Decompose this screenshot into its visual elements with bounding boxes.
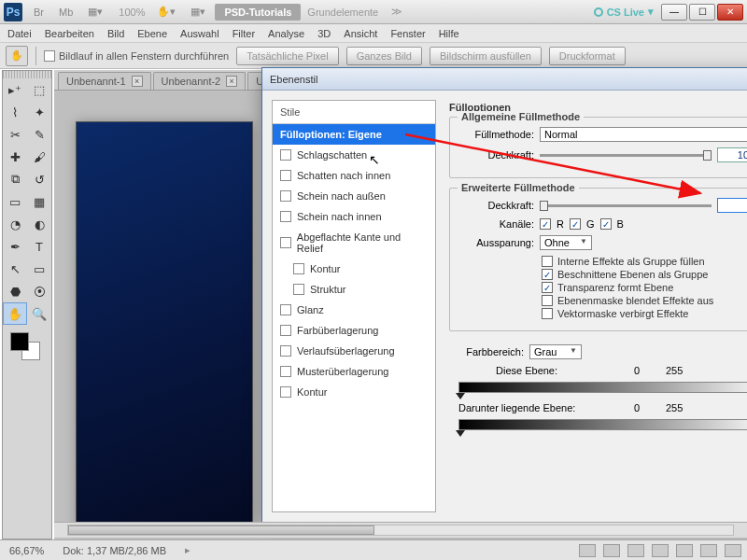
- style-list-item[interactable]: Schlagschatten: [273, 145, 435, 165]
- minimize-button[interactable]: —: [661, 4, 687, 21]
- channel-b-checkbox[interactable]: [600, 218, 612, 230]
- 3d-camera-tool[interactable]: ⦿: [27, 280, 51, 302]
- menu-item[interactable]: Filter: [233, 28, 255, 39]
- menu-item[interactable]: Analyse: [268, 28, 304, 39]
- menu-item[interactable]: Bearbeiten: [45, 28, 94, 39]
- opacity-input[interactable]: [717, 147, 747, 162]
- dialog-title[interactable]: Ebenenstil: [262, 68, 747, 91]
- foreground-swatch[interactable]: [10, 332, 29, 351]
- wand-tool[interactable]: ✦: [27, 101, 51, 123]
- menu-item[interactable]: Ebene: [137, 28, 167, 39]
- style-list-item[interactable]: Kontur: [273, 259, 435, 279]
- style-list-item[interactable]: Schein nach innen: [273, 206, 435, 227]
- zoom-display[interactable]: 100%: [112, 6, 151, 19]
- crop-tool[interactable]: ✂: [3, 123, 27, 146]
- style-list-item[interactable]: Schatten nach innen: [273, 165, 435, 186]
- eyedropper-tool[interactable]: ✎: [27, 123, 51, 146]
- blendif-select[interactable]: Grau: [529, 344, 582, 359]
- blendif-this-slider[interactable]: [458, 382, 747, 393]
- menu-bar: Datei Bearbeiten Bild Ebene Auswahl Filt…: [0, 24, 747, 43]
- style-list-item[interactable]: Struktur: [273, 279, 435, 300]
- blur-tool[interactable]: ◔: [3, 213, 27, 235]
- healing-tool[interactable]: ✚: [3, 146, 27, 168]
- view-indicator[interactable]: ▦▾: [185, 4, 211, 20]
- eraser-tool[interactable]: ▭: [3, 190, 27, 213]
- style-list-item[interactable]: Musterüberlagerung: [273, 361, 435, 382]
- style-list-item[interactable]: Schein nach außen: [273, 186, 435, 206]
- horizontal-scrollbar[interactable]: [54, 522, 747, 538]
- pen-tool[interactable]: ✒: [3, 235, 27, 258]
- options-panel: Fülloptionen Allgemeine Füllmethode Füll…: [445, 100, 747, 512]
- channel-r-checkbox[interactable]: [540, 218, 551, 230]
- bridge-button[interactable]: Br: [28, 5, 49, 20]
- opt-checkbox[interactable]: [542, 269, 553, 280]
- print-size-button[interactable]: Druckformat: [549, 47, 626, 65]
- opt-checkbox[interactable]: [542, 308, 553, 319]
- style-list-item[interactable]: Farbüberlagerung: [273, 320, 435, 341]
- menu-item[interactable]: Auswahl: [180, 28, 219, 39]
- hand-indicator[interactable]: ✋▾: [151, 4, 181, 20]
- status-zoom[interactable]: 66,67%: [9, 545, 44, 556]
- knockout-select[interactable]: Ohne: [540, 235, 592, 250]
- gradient-tool[interactable]: ▦: [27, 190, 51, 213]
- zoom-tool[interactable]: 🔍: [27, 302, 51, 325]
- opt-checkbox[interactable]: [542, 256, 553, 267]
- document-tab[interactable]: Unbenannt-2×: [153, 72, 247, 90]
- fill-opacity-slider[interactable]: [540, 204, 712, 207]
- cs-live-button[interactable]: CS Live ▾: [586, 6, 661, 18]
- status-bar: 66,67% Dok: 1,37 MB/2,86 MB ▸: [0, 539, 747, 560]
- document-canvas[interactable]: [77, 122, 252, 529]
- advanced-blend-group: Erweiterte Füllmethode Deckkraft: % Kanä…: [449, 188, 747, 331]
- style-list-item[interactable]: Verlaufsüberlagerung: [273, 341, 435, 361]
- actual-pixels-button[interactable]: Tatsächliche Pixel: [236, 47, 338, 65]
- marquee-tool[interactable]: ⬚: [27, 78, 51, 101]
- workspace-secondary[interactable]: Grundelemente: [301, 6, 385, 19]
- color-swatches[interactable]: [3, 329, 51, 362]
- opacity-slider[interactable]: [540, 154, 712, 157]
- style-list-item[interactable]: Abgeflachte Kante und Relief: [273, 227, 435, 259]
- status-docinfo[interactable]: Dok: 1,37 MB/2,86 MB: [63, 545, 166, 556]
- dodge-tool[interactable]: ◐: [27, 213, 51, 235]
- lasso-tool[interactable]: ⌇: [3, 101, 27, 123]
- app-logo: Ps: [4, 3, 22, 21]
- style-list-item[interactable]: Fülloptionen: Eigene: [273, 124, 435, 145]
- brush-tool[interactable]: 🖌: [27, 146, 51, 168]
- layout-picker[interactable]: ▦▾: [82, 4, 108, 20]
- tab-close-icon[interactable]: ×: [226, 76, 237, 87]
- opt-checkbox[interactable]: [542, 282, 553, 293]
- shape-tool[interactable]: ▭: [27, 258, 51, 280]
- history-brush-tool[interactable]: ↺: [27, 168, 51, 190]
- close-button[interactable]: ✕: [717, 4, 743, 21]
- fit-screen-button[interactable]: Ganzes Bild: [346, 47, 422, 65]
- menu-item[interactable]: 3D: [317, 28, 331, 39]
- opt-checkbox[interactable]: [542, 295, 553, 306]
- current-tool-icon[interactable]: ✋: [6, 46, 28, 66]
- blendif-under-slider[interactable]: [458, 419, 747, 430]
- maximize-button[interactable]: ☐: [689, 4, 715, 21]
- workspace-switcher[interactable]: PSD-Tutorials: [215, 4, 301, 21]
- fill-screen-button[interactable]: Bildschirm ausfüllen: [430, 47, 542, 65]
- tab-close-icon[interactable]: ×: [132, 76, 143, 87]
- channel-g-checkbox[interactable]: [570, 218, 581, 230]
- menu-item[interactable]: Hilfe: [439, 28, 459, 39]
- menu-item[interactable]: Fenster: [390, 28, 425, 39]
- type-tool[interactable]: T: [27, 235, 51, 258]
- menu-item[interactable]: Datei: [7, 28, 32, 39]
- layers-panel-icons[interactable]: [579, 544, 741, 557]
- blend-mode-select[interactable]: Normal: [540, 127, 747, 142]
- stamp-tool[interactable]: ⧉: [3, 168, 27, 190]
- move-tool[interactable]: ▸⁺: [3, 78, 27, 101]
- style-list-item[interactable]: Glanz: [273, 300, 435, 320]
- menu-item[interactable]: Bild: [107, 28, 124, 39]
- hand-tool[interactable]: ✋: [3, 302, 27, 325]
- document-tab[interactable]: Unbenannt-1×: [58, 72, 151, 90]
- title-bar: Ps Br Mb ▦▾ 100% ✋▾ ▦▾ PSD-Tutorials Gru…: [0, 0, 747, 24]
- path-tool[interactable]: ↖: [3, 258, 27, 280]
- minibridge-button[interactable]: Mb: [53, 5, 78, 20]
- fill-opacity-input[interactable]: [717, 198, 747, 213]
- scroll-all-checkbox[interactable]: Bildlauf in allen Fenstern durchführen: [44, 50, 229, 62]
- menu-item[interactable]: Ansicht: [344, 28, 377, 39]
- 3d-tool[interactable]: ⬣: [3, 280, 27, 302]
- style-list-item[interactable]: Kontur: [273, 382, 435, 402]
- workspace-more[interactable]: ≫: [385, 5, 409, 19]
